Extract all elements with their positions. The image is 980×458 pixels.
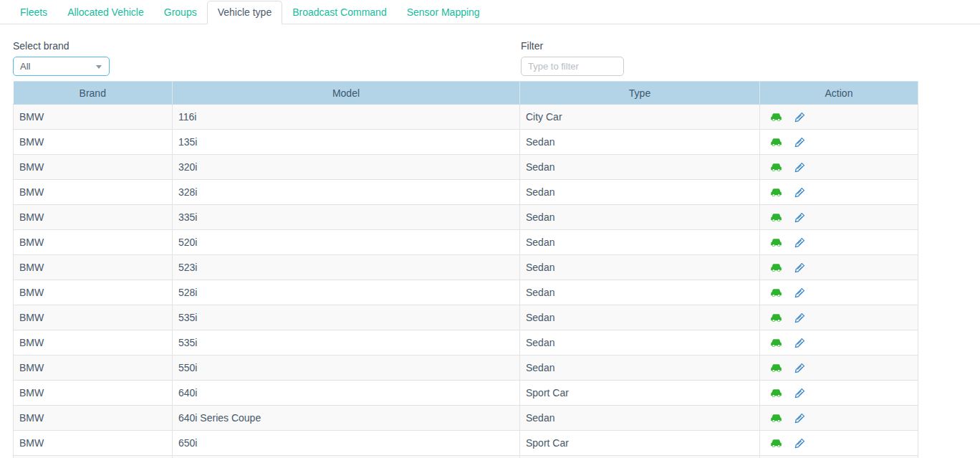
table-row: BMW 320i Sedan [14, 155, 918, 180]
edit-action-button[interactable] [794, 112, 805, 123]
table-row: BMW 116i City Car [14, 105, 918, 130]
type-cell: Sedan [520, 180, 760, 205]
type-cell: Sedan [520, 330, 760, 356]
model-cell: 328i [173, 180, 520, 205]
brand-cell: BMW [14, 356, 173, 381]
brand-select-group: Select brand All [13, 40, 110, 76]
edit-action-button[interactable] [794, 438, 805, 449]
car-action-button[interactable] [770, 113, 782, 122]
tab-allocated-vehicle[interactable]: Allocated Vehicle [57, 1, 154, 24]
edit-action-button[interactable] [794, 212, 805, 223]
car-action-button[interactable] [770, 138, 782, 147]
action-cell [760, 130, 918, 155]
model-cell: 335i [173, 205, 520, 230]
action-cell [760, 305, 918, 330]
car-action-button[interactable] [770, 188, 782, 197]
brand-cell: BMW [14, 305, 173, 330]
header-model: Model [173, 82, 520, 105]
tab-fleets[interactable]: Fleets [10, 1, 57, 24]
car-action-button[interactable] [770, 238, 782, 247]
table-row: BMW 550i Sedan [14, 356, 918, 381]
car-icon [770, 188, 782, 199]
model-cell: 320i [173, 155, 520, 180]
edit-action-button[interactable] [794, 237, 805, 248]
edit-action-button[interactable] [794, 388, 805, 399]
car-icon [770, 288, 782, 300]
edit-action-button[interactable] [794, 287, 805, 298]
action-cell [760, 280, 918, 305]
car-icon [770, 263, 782, 275]
table-row: BMW 535i Sedan [14, 305, 918, 330]
edit-pencil-icon [794, 364, 805, 376]
brand-cell: BMW [14, 255, 173, 280]
header-action: Action [760, 82, 918, 105]
edit-pencil-icon [794, 314, 805, 325]
car-icon [770, 439, 782, 450]
edit-action-button[interactable] [794, 262, 805, 273]
action-cell [760, 230, 918, 255]
vehicle-type-page: Fleets Allocated Vehicle Groups Vehicle … [0, 0, 980, 458]
brand-select[interactable]: All [13, 57, 110, 76]
tab-sensor-mapping[interactable]: Sensor Mapping [397, 1, 490, 24]
car-action-button[interactable] [770, 213, 782, 222]
action-cell [760, 255, 918, 280]
brand-cell: BMW [14, 230, 173, 255]
type-cell: Sport Car [520, 381, 760, 406]
table-row-partial [14, 456, 918, 458]
car-icon [770, 388, 782, 400]
brand-cell: BMW [14, 406, 173, 431]
edit-pencil-icon [794, 289, 805, 300]
car-action-button[interactable] [770, 163, 782, 172]
filter-input[interactable] [521, 57, 624, 76]
brand-cell: BMW [14, 130, 173, 155]
brand-cell: BMW [14, 180, 173, 205]
car-action-button[interactable] [770, 363, 782, 373]
table-row: BMW 650i Sport Car [14, 431, 918, 456]
model-cell: 640i [173, 381, 520, 406]
car-icon [770, 363, 782, 375]
edit-action-button[interactable] [794, 187, 805, 198]
car-action-button[interactable] [770, 388, 782, 398]
brand-cell: BMW [14, 105, 173, 130]
edit-action-button[interactable] [794, 363, 805, 373]
edit-action-button[interactable] [794, 137, 805, 148]
table-row: BMW 335i Sedan [14, 205, 918, 230]
action-cell [760, 330, 918, 356]
car-action-button[interactable] [770, 414, 782, 423]
car-icon [770, 238, 782, 249]
brand-cell: BMW [14, 205, 173, 230]
car-action-button[interactable] [770, 338, 782, 348]
car-action-button[interactable] [770, 263, 782, 272]
model-cell: 535i [173, 330, 520, 356]
model-cell: 135i [173, 130, 520, 155]
type-cell: Sedan [520, 230, 760, 255]
action-cell [760, 431, 918, 456]
car-icon [770, 163, 782, 174]
tab-vehicle-type[interactable]: Vehicle type [207, 1, 283, 24]
table-row: BMW 520i Sedan [14, 230, 918, 255]
type-cell: Sedan [520, 406, 760, 431]
edit-action-button[interactable] [794, 162, 805, 173]
edit-pencil-icon [794, 389, 805, 401]
edit-pencil-icon [794, 264, 805, 275]
action-cell [760, 406, 918, 431]
edit-pencil-icon [794, 239, 805, 250]
type-cell: City Car [520, 105, 760, 130]
model-cell: 640i Series Coupe [173, 406, 520, 431]
vehicle-type-table-wrap: Brand Model Type Action BMW 116i City Ca… [13, 81, 918, 458]
brand-cell: BMW [14, 381, 173, 406]
chevron-down-icon [96, 65, 102, 69]
edit-action-button[interactable] [794, 413, 805, 424]
edit-action-button[interactable] [794, 313, 805, 323]
tab-broadcast-command[interactable]: Broadcast Command [282, 1, 397, 24]
action-cell [760, 381, 918, 406]
car-action-button[interactable] [770, 313, 782, 323]
car-action-button[interactable] [770, 288, 782, 297]
car-icon [770, 313, 782, 325]
tab-groups[interactable]: Groups [154, 1, 207, 24]
edit-pencil-icon [794, 339, 805, 350]
table-row: BMW 328i Sedan [14, 180, 918, 205]
car-action-button[interactable] [770, 439, 782, 448]
edit-action-button[interactable] [794, 338, 805, 348]
model-cell: 523i [173, 255, 520, 280]
